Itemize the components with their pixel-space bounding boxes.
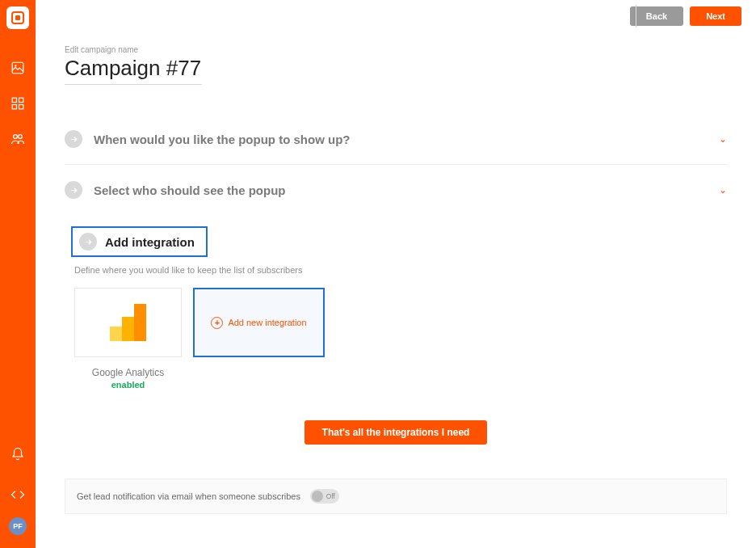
- chevron-down-icon: ⌄: [719, 133, 727, 145]
- nav-media-icon[interactable]: [0, 50, 36, 86]
- add-integration-label: Add new integration: [228, 318, 306, 327]
- svg-rect-5: [19, 105, 23, 109]
- integration-header[interactable]: Add integration: [71, 226, 208, 257]
- back-button[interactable]: Back: [630, 6, 683, 26]
- chevron-down-icon: ⌄: [719, 184, 727, 196]
- lead-notification-row: Get lead notification via email when som…: [65, 478, 727, 514]
- integration-subtitle: Define where you would like to keep the …: [71, 265, 720, 275]
- section-who[interactable]: Select who should see the popup ⌄: [65, 165, 727, 215]
- google-analytics-icon: [74, 288, 182, 357]
- svg-rect-4: [12, 105, 16, 109]
- add-integration-card[interactable]: + Add new integration: [193, 288, 325, 357]
- lead-notification-text: Get lead notification via email when som…: [77, 491, 300, 501]
- svg-rect-3: [19, 98, 23, 102]
- edit-campaign-label: Edit campaign name: [65, 45, 727, 54]
- toggle-label: Off: [326, 492, 335, 500]
- next-button[interactable]: Next: [690, 6, 741, 26]
- integration-cards: Google Analytics enabled + Add new integ…: [71, 288, 720, 390]
- svg-rect-2: [12, 98, 16, 102]
- nav-apps-icon[interactable]: [0, 86, 36, 121]
- nav-bell-icon[interactable]: [0, 436, 36, 472]
- integration-title: Add integration: [105, 235, 195, 249]
- sidebar: PF: [0, 0, 36, 548]
- app-logo[interactable]: [6, 6, 29, 29]
- integrations-done-button[interactable]: That's all the integrations I need: [304, 420, 488, 445]
- section-when[interactable]: When would you like the popup to show up…: [65, 114, 727, 165]
- svg-point-1: [15, 65, 16, 66]
- main-content: Edit campaign name When would you like t…: [36, 32, 756, 548]
- nav-users-icon[interactable]: [0, 121, 36, 157]
- svg-point-7: [19, 135, 23, 139]
- integration-panel: Add integration Define where you would l…: [65, 215, 727, 467]
- svg-point-6: [14, 135, 18, 139]
- section-when-title: When would you like the popup to show up…: [94, 133, 719, 146]
- integration-card-status: enabled: [74, 380, 182, 390]
- integration-card-ga[interactable]: Google Analytics enabled: [74, 288, 182, 390]
- lead-notification-toggle[interactable]: Off: [310, 489, 339, 504]
- user-avatar[interactable]: PF: [9, 517, 27, 535]
- integration-card-label: Google Analytics: [74, 367, 182, 378]
- plus-icon: +: [211, 317, 223, 329]
- topbar: Back Next: [36, 0, 756, 32]
- arrow-right-icon: [65, 181, 82, 199]
- campaign-title-input[interactable]: [65, 56, 202, 85]
- section-who-title: Select who should see the popup: [94, 183, 719, 197]
- svg-rect-0: [12, 62, 23, 74]
- arrow-right-icon: [79, 233, 97, 251]
- arrow-right-icon: [65, 130, 82, 148]
- nav-code-icon[interactable]: [0, 477, 36, 512]
